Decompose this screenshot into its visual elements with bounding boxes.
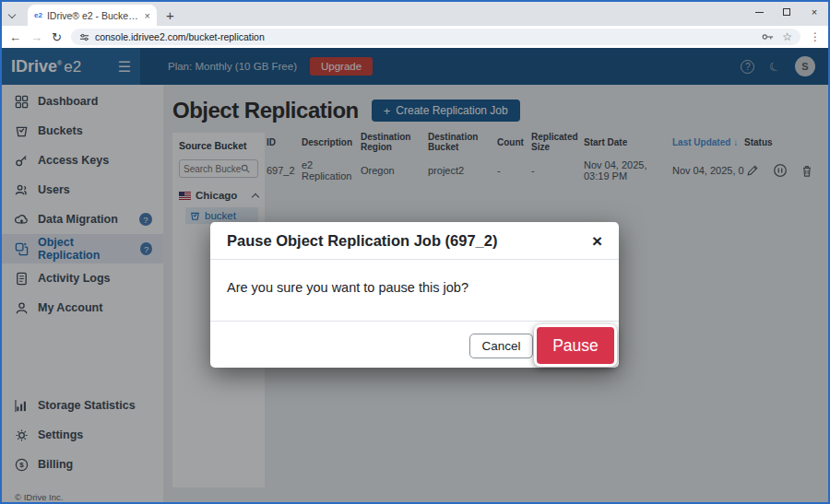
browser-toolbar: ← → ↻ console.idrivee2.com/bucket-replic… (2, 26, 828, 48)
back-button[interactable]: ← (9, 30, 21, 44)
tab-strip: e2 IDrive® e2 - Bucket Replication × + × (2, 2, 828, 26)
window-controls: × (745, 2, 828, 22)
maximize-icon (783, 8, 790, 16)
site-info-icon[interactable] (79, 32, 89, 42)
modal-close-icon[interactable]: × (592, 232, 602, 250)
bookmark-star-icon[interactable]: ☆ (782, 30, 792, 43)
address-bar[interactable]: console.idrivee2.com/bucket-replication … (71, 29, 800, 45)
close-button[interactable]: × (800, 2, 828, 22)
tab-title: IDrive® e2 - Bucket Replication (47, 10, 140, 21)
cancel-button[interactable]: Cancel (469, 334, 533, 358)
favicon-icon: e2 (34, 11, 42, 19)
modal-title: Pause Object Replication Job (697_2) (227, 232, 497, 250)
browser-tab[interactable]: e2 IDrive® e2 - Bucket Replication × (28, 5, 157, 26)
modal-message: Are you sure you want to pause this job? (210, 260, 619, 321)
tab-close-icon[interactable]: × (145, 10, 150, 21)
pause-button[interactable]: Pause (534, 324, 617, 367)
browser-window: e2 IDrive® e2 - Bucket Replication × + ×… (0, 0, 830, 504)
browser-menu-icon[interactable]: ⋮ (810, 30, 821, 43)
password-key-icon[interactable] (762, 29, 774, 45)
tab-search-button[interactable] (2, 6, 22, 26)
new-tab-button[interactable]: + (166, 7, 174, 23)
modal-footer: Cancel Pause (210, 321, 619, 368)
minimize-button[interactable] (745, 2, 773, 22)
forward-button[interactable]: → (30, 30, 42, 44)
chevron-down-icon (8, 10, 16, 18)
url-text: console.idrivee2.com/bucket-replication (95, 31, 756, 42)
page: IDrive®e2 ☰ Plan: Monthly (10 GB Free) U… (2, 48, 828, 502)
maximize-button[interactable] (773, 2, 800, 22)
pause-confirmation-modal: Pause Object Replication Job (697_2) × A… (210, 222, 619, 368)
minimize-icon (755, 12, 764, 13)
refresh-button[interactable]: ↻ (52, 30, 62, 44)
